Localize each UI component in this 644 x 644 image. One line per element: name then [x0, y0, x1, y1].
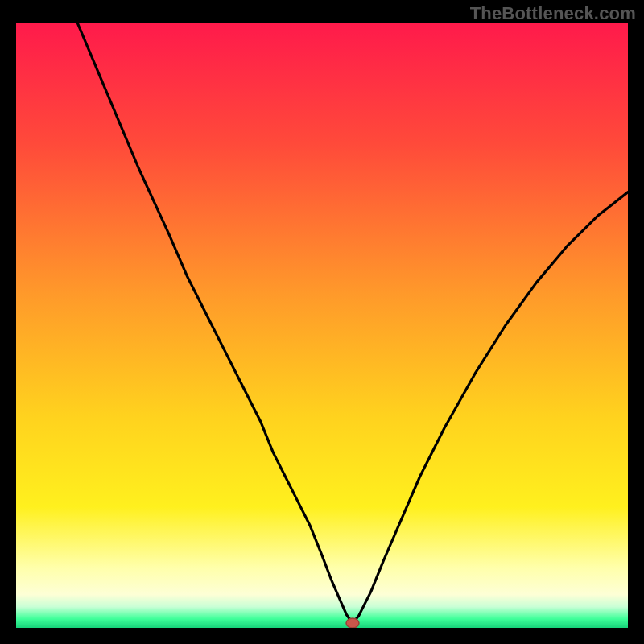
gradient-background — [16, 23, 628, 628]
watermark-text: TheBottleneck.com — [470, 3, 636, 24]
optimal-marker — [346, 618, 359, 628]
chart-frame: TheBottleneck.com — [0, 0, 644, 644]
plot-area — [16, 23, 628, 628]
plot-svg — [16, 23, 628, 628]
